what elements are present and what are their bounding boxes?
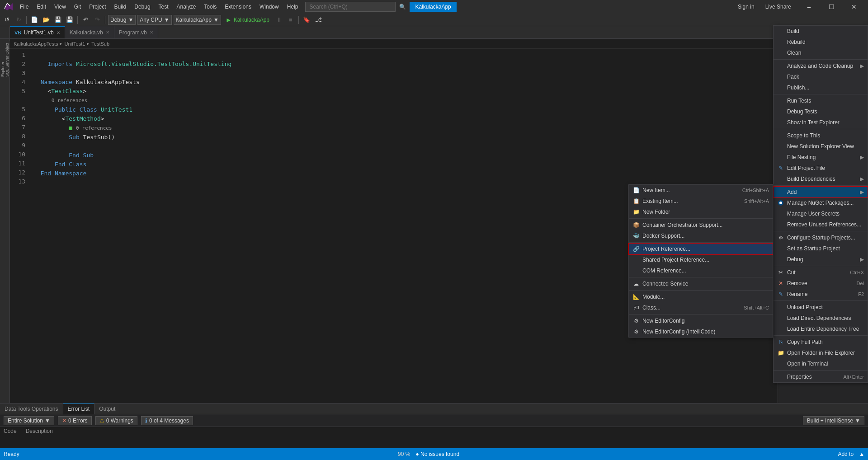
ctx-open-folder[interactable]: 📁 Open Folder in File Explorer	[774, 347, 868, 358]
ctx-publish[interactable]: Publish...	[774, 82, 868, 93]
add-connected-service[interactable]: ☁ Connected Service	[629, 278, 773, 289]
add-new-folder[interactable]: 📁 New Folder	[629, 207, 773, 217]
close-button[interactable]: ✕	[844, 0, 864, 14]
add-docker[interactable]: 🐳 Docker Support...	[629, 230, 773, 241]
ctx-user-secrets[interactable]: Manage User Secrets	[774, 208, 868, 219]
ctx-copy-path[interactable]: ⎘ Copy Full Path	[774, 337, 868, 347]
tab-program-close[interactable]: ✕	[150, 30, 153, 35]
maximize-button[interactable]: ☐	[821, 0, 842, 14]
ctx-rename[interactable]: ✎ Rename F2	[774, 289, 868, 300]
title-search-input[interactable]	[305, 2, 396, 12]
new-project-btn[interactable]: 📄	[29, 15, 39, 25]
startup-project-dropdown[interactable]: KalkulackaApp ▼	[174, 15, 221, 25]
ctx-load-direct[interactable]: Load Direct Dependencies	[774, 313, 868, 324]
add-shared-ref[interactable]: Shared Project Reference...	[629, 254, 773, 265]
ctx-debug-submenu[interactable]: Debug ▶	[774, 254, 868, 265]
toolbar-back[interactable]: ↺	[2, 15, 12, 25]
ctx-scope[interactable]: Scope to This	[774, 130, 868, 141]
bookmark-btn[interactable]: 🔖	[302, 15, 311, 25]
build-mode-dropdown[interactable]: Build + IntelliSense ▼	[803, 416, 864, 425]
menu-file[interactable]: File	[16, 2, 32, 12]
ctx-set-startup[interactable]: Set as Startup Project	[774, 243, 868, 254]
warnings-badge[interactable]: ⚠ 0 Warnings	[95, 416, 137, 425]
tab-output[interactable]: Output	[94, 404, 120, 414]
menu-window[interactable]: Window	[256, 2, 283, 12]
menu-extensions[interactable]: Extensions	[221, 2, 255, 12]
tab-unittest1-close[interactable]: ✕	[57, 30, 60, 35]
platform-dropdown[interactable]: Any CPU ▼	[137, 15, 171, 25]
stop-btn[interactable]: ■	[286, 15, 296, 25]
ctx-properties[interactable]: Properties Alt+Enter	[774, 371, 868, 382]
add-new-item[interactable]: 📄 New Item... Ctrl+Shift+A	[629, 185, 773, 196]
scope-dropdown[interactable]: Entire Solution ▼	[4, 416, 54, 425]
add-container[interactable]: 📦 Container Orchestrator Support...	[629, 220, 773, 230]
ctx-build[interactable]: Build	[774, 26, 868, 37]
ctx-properties-label: Properties	[787, 374, 812, 380]
issues-indicator[interactable]: ● No issues found	[415, 451, 459, 457]
server-explorer-tab[interactable]: SQL Server Object Explorer	[0, 41, 10, 77]
add-editorconfig[interactable]: ⚙ New EditorConfig	[629, 315, 773, 326]
git-btn[interactable]: ⎇	[313, 15, 323, 25]
add-existing-item[interactable]: 📋 Existing Item... Shift+Alt+A	[629, 196, 773, 207]
ctx-show-test-explorer[interactable]: Show in Test Explorer	[774, 117, 868, 128]
redo-btn[interactable]: ↷	[92, 15, 102, 25]
ctx-clean[interactable]: Clean	[774, 47, 868, 58]
tab-program[interactable]: Program.vb ✕	[114, 26, 158, 38]
breadcrumb-method[interactable]: TestSub	[91, 41, 109, 47]
ctx-new-se-view[interactable]: New Solution Explorer View	[774, 141, 868, 152]
add-module[interactable]: 📐 Module...	[629, 291, 773, 302]
breadcrumb-project[interactable]: KalkulackaAppTests	[14, 41, 58, 47]
minimize-button[interactable]: ‒	[798, 0, 819, 14]
ctx-configure-startup[interactable]: ⚙ Configure Startup Projects...	[774, 232, 868, 243]
toolbar-fwd[interactable]: ↻	[14, 15, 24, 25]
save-all-btn[interactable]: 💾	[65, 15, 75, 25]
pause-btn[interactable]: ⏸	[274, 15, 284, 25]
menu-tools[interactable]: Tools	[200, 2, 220, 12]
menu-git[interactable]: Git	[71, 2, 85, 12]
menu-help[interactable]: Help	[283, 2, 302, 12]
ctx-remove-unused[interactable]: Remove Unused References...	[774, 219, 868, 230]
ctx-rebuild[interactable]: Rebuild	[774, 37, 868, 47]
live-share[interactable]: Live Share	[762, 4, 795, 10]
errors-badge[interactable]: ✕ 0 Errors	[58, 416, 92, 425]
ctx-remove[interactable]: ✕ Remove Del	[774, 278, 868, 289]
ctx-build-deps[interactable]: Build Dependencies ▶	[774, 174, 868, 184]
save-btn[interactable]: 💾	[53, 15, 63, 25]
ctx-debug-tests[interactable]: Debug Tests	[774, 106, 868, 117]
tab-error-list[interactable]: Error List	[63, 404, 95, 414]
messages-badge[interactable]: ℹ 0 of 4 Messages	[141, 416, 193, 425]
breadcrumb-class[interactable]: UnitTest1	[64, 41, 85, 47]
ctx-edit-project[interactable]: ✎Edit Project File	[774, 163, 868, 174]
ctx-cut[interactable]: ✂ Cut Ctrl+X	[774, 267, 868, 278]
menu-analyze[interactable]: Analyze	[173, 2, 200, 12]
run-button[interactable]: ► KalkulackaApp	[223, 15, 272, 24]
add-project-ref[interactable]: 🔗 Project Reference...	[629, 244, 773, 254]
ctx-file-nesting[interactable]: File Nesting ▶	[774, 152, 868, 163]
tab-kalkulacka-close[interactable]: ✕	[106, 30, 109, 35]
ctx-nuget[interactable]: Manage NuGet Packages...	[774, 197, 868, 208]
ctx-analyze[interactable]: Analyze and Code Cleanup ▶	[774, 61, 868, 71]
tab-kalkulacka[interactable]: Kalkulacka.vb ✕	[65, 26, 114, 38]
menu-view[interactable]: View	[51, 2, 70, 12]
open-btn[interactable]: 📂	[41, 15, 51, 25]
ctx-open-terminal[interactable]: Open in Terminal	[774, 358, 868, 369]
ctx-add[interactable]: Add ▶	[774, 187, 868, 197]
debug-config-dropdown[interactable]: Debug ▼	[108, 15, 136, 25]
menu-build[interactable]: Build	[111, 2, 130, 12]
menu-project[interactable]: Project	[85, 2, 109, 12]
tab-unittest1[interactable]: VB UnitTest1.vb ✕	[10, 26, 65, 38]
sign-in[interactable]: Sign in	[734, 4, 758, 10]
zoom-control[interactable]: 90 %	[398, 451, 410, 457]
add-editorconfig-ic[interactable]: ⚙ New EditorConfig (IntelliCode)	[629, 326, 773, 337]
ctx-load-entire[interactable]: Load Entire Dependency Tree	[774, 324, 868, 334]
menu-edit[interactable]: Edit	[33, 2, 50, 12]
tab-data-tools[interactable]: Data Tools Operations	[0, 404, 63, 414]
undo-btn[interactable]: ↶	[80, 15, 90, 25]
add-com-ref[interactable]: COM Reference...	[629, 265, 773, 276]
add-class[interactable]: 🏷 Class... Shift+Alt+C	[629, 302, 773, 313]
menu-test[interactable]: Test	[155, 2, 172, 12]
ctx-unload[interactable]: Unload Project	[774, 302, 868, 313]
ctx-run-tests[interactable]: Run Tests	[774, 95, 868, 106]
ctx-pack[interactable]: Pack	[774, 71, 868, 82]
menu-debug[interactable]: Debug	[131, 2, 154, 12]
